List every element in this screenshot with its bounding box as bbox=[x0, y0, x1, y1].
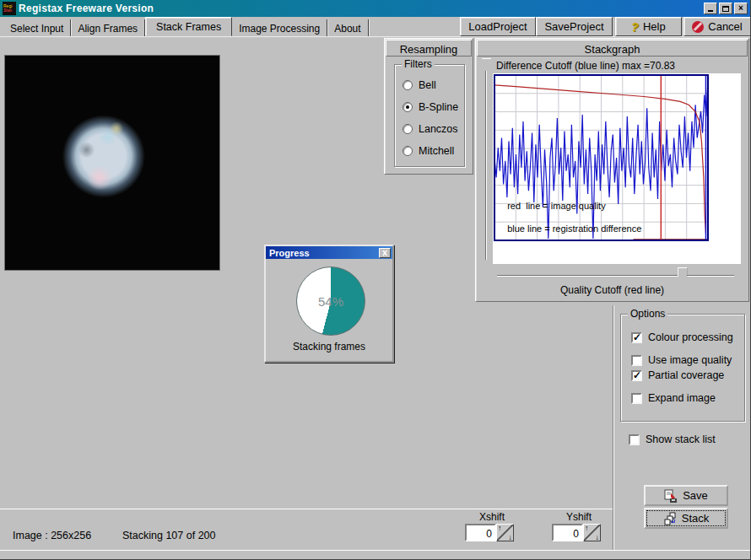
minimize-button[interactable] bbox=[704, 3, 717, 14]
minimize-icon bbox=[708, 10, 713, 12]
checkbox-label: Expand image bbox=[648, 392, 716, 404]
checkbox-icon[interactable] bbox=[631, 370, 642, 381]
radio-label: Lanczos bbox=[419, 123, 458, 135]
show-stack-list-checkbox[interactable] bbox=[629, 434, 640, 445]
options-label: Options bbox=[628, 308, 667, 320]
close-button[interactable]: × bbox=[734, 3, 748, 14]
cancel-label: Cancel bbox=[708, 20, 742, 33]
difference-cutoff-slider-thumb[interactable] bbox=[478, 58, 491, 67]
window-controls: × bbox=[704, 3, 748, 14]
radio-icon[interactable] bbox=[403, 124, 413, 134]
stackgraph-panel: Stackgraph Difference Cutoff (blue line)… bbox=[475, 38, 749, 302]
right-panel-divider bbox=[613, 305, 614, 550]
image-preview bbox=[4, 55, 220, 271]
cancel-icon bbox=[692, 21, 704, 33]
app-icon: Regi Stax bbox=[3, 2, 16, 15]
save-button[interactable]: Save bbox=[644, 485, 728, 506]
yshift-spinner[interactable]: ↑↓ bbox=[583, 524, 601, 541]
stack-button-label: Stack bbox=[682, 512, 710, 525]
filters-groupbox: Filters BellB-SplineLanczosMitchell bbox=[394, 64, 465, 167]
quality-cutoff-label: Quality Cutoff (red line) bbox=[476, 284, 748, 296]
filter-option-bell[interactable]: Bell bbox=[403, 79, 436, 91]
yshift-label: Yshift bbox=[552, 511, 606, 523]
progress-titlebar: Progress x bbox=[266, 246, 392, 259]
tab-align-frames[interactable]: Align Frames bbox=[71, 19, 145, 36]
close-icon: × bbox=[738, 4, 743, 13]
app-icon-text2: Stax bbox=[3, 8, 16, 13]
load-project-label: LoadProject bbox=[468, 20, 527, 33]
tab-toolbar-row: Select InputAlign FramesStack FramesImag… bbox=[0, 17, 751, 36]
checkbox-label: Partial coverage bbox=[648, 369, 724, 381]
resampling-panel: Resampling Filters BellB-SplineLanczosMi… bbox=[384, 38, 473, 175]
filter-option-b-spline[interactable]: B-Spline bbox=[403, 101, 458, 113]
xshift-spinner[interactable]: ↑↓ bbox=[496, 524, 514, 541]
tab-about[interactable]: About bbox=[327, 19, 368, 36]
progress-close-button[interactable]: x bbox=[379, 248, 391, 258]
filter-option-mitchell[interactable]: Mitchell bbox=[403, 145, 454, 157]
titlebar: Regi Stax Registax Freeware Version × bbox=[0, 0, 751, 17]
status-image-size: Image : 256x256 bbox=[13, 530, 91, 541]
progress-dialog: Progress x 54% Stacking frames bbox=[264, 245, 394, 363]
yshift-control: Yshift ↑↓ bbox=[552, 511, 606, 541]
radio-label: B-Spline bbox=[419, 101, 458, 113]
progress-percent: 54% bbox=[296, 267, 365, 336]
xshift-label: Xshift bbox=[465, 511, 519, 523]
window-title: Registax Freeware Version bbox=[19, 3, 704, 14]
maximize-button[interactable] bbox=[719, 3, 732, 14]
resampling-header: Resampling bbox=[386, 40, 472, 57]
app-window: Regi Stax Registax Freeware Version × Se… bbox=[0, 0, 751, 560]
option-use-image-quality[interactable]: Use image quality bbox=[631, 354, 732, 366]
toolbar: LoadProject SaveProject ?Help Cancel bbox=[460, 17, 751, 36]
tab-strip: Select InputAlign FramesStack FramesImag… bbox=[3, 17, 369, 36]
difference-cutoff-label: Difference Cutoff (blue line) max =70.83 bbox=[496, 60, 675, 72]
radio-icon[interactable] bbox=[403, 80, 413, 90]
stackgraph-header: Stackgraph bbox=[477, 40, 748, 57]
help-icon: ? bbox=[631, 20, 639, 34]
cancel-button[interactable]: Cancel bbox=[683, 17, 751, 36]
progress-title: Progress bbox=[269, 248, 379, 258]
xshift-input[interactable] bbox=[465, 524, 496, 541]
radio-icon[interactable] bbox=[403, 146, 413, 156]
filter-option-lanczos[interactable]: Lanczos bbox=[403, 123, 458, 135]
xshift-down-icon: ↓ bbox=[509, 533, 513, 541]
tab-image-processing[interactable]: Image Processing bbox=[232, 19, 327, 36]
show-stack-list-label: Show stack list bbox=[646, 433, 716, 445]
xshift-up-icon: ↑ bbox=[498, 524, 502, 532]
radio-label: Bell bbox=[419, 79, 436, 91]
svg-text:blue line = registration diffe: blue line = registration difference bbox=[507, 223, 641, 234]
progress-close-icon: x bbox=[380, 248, 390, 257]
status-stacking: Stacking 107 of 200 bbox=[122, 530, 216, 541]
checkbox-label: Colour processing bbox=[648, 331, 733, 343]
option-expand-image[interactable]: Expand image bbox=[631, 392, 716, 404]
statusbar-divider bbox=[0, 550, 751, 551]
quality-cutoff-slider-track[interactable] bbox=[497, 275, 734, 277]
save-project-button[interactable]: SaveProject bbox=[536, 17, 613, 36]
checkbox-label: Use image quality bbox=[648, 354, 732, 366]
stack-button[interactable]: Stack bbox=[644, 508, 728, 529]
option-partial-coverage[interactable]: Partial coverage bbox=[631, 369, 724, 381]
checkbox-icon[interactable] bbox=[631, 393, 642, 404]
quality-cutoff-slider-thumb[interactable] bbox=[678, 267, 687, 282]
planet-image bbox=[5, 56, 219, 270]
help-label: Help bbox=[643, 20, 666, 33]
yshift-up-icon: ↑ bbox=[585, 524, 589, 532]
option-colour-processing[interactable]: Colour processing bbox=[631, 331, 733, 343]
checkbox-icon[interactable] bbox=[631, 355, 642, 366]
tab-stack-frames[interactable]: Stack Frames bbox=[145, 17, 232, 36]
save-button-label: Save bbox=[683, 489, 708, 502]
show-stack-list-option[interactable]: Show stack list bbox=[629, 433, 716, 445]
options-groupbox: Options Colour processingUse image quali… bbox=[620, 314, 745, 422]
bottom-panel-divider bbox=[0, 509, 613, 509]
save-icon bbox=[664, 489, 678, 503]
load-project-button[interactable]: LoadProject bbox=[460, 17, 536, 36]
filters-label: Filters bbox=[402, 58, 435, 70]
xshift-control: Xshift ↑↓ bbox=[465, 511, 519, 541]
help-button[interactable]: ?Help bbox=[615, 17, 682, 36]
save-project-label: SaveProject bbox=[544, 20, 603, 33]
checkbox-icon[interactable] bbox=[631, 332, 642, 343]
yshift-input[interactable] bbox=[552, 524, 583, 541]
difference-cutoff-slider-track[interactable] bbox=[485, 71, 487, 260]
tab-select-input[interactable]: Select Input bbox=[3, 19, 71, 36]
radio-icon[interactable] bbox=[403, 102, 413, 112]
progress-caption: Stacking frames bbox=[266, 341, 392, 353]
